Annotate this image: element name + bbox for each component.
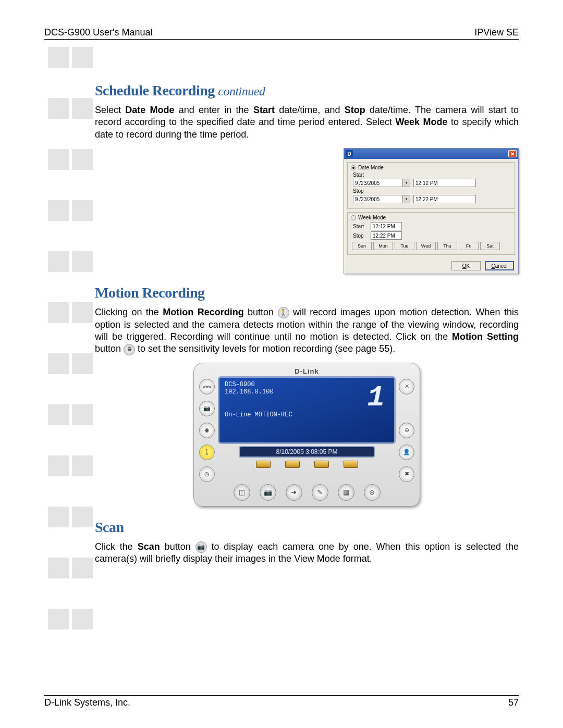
viewer-left-column: www 📷 ◉ 🚶 ◷ [199, 367, 215, 482]
port-icon [344, 461, 358, 468]
header-right: IPView SE [474, 27, 519, 38]
channel-number: 1 [367, 381, 385, 414]
datetime-bar: 8/10/2005 3:08:05 PM [239, 446, 375, 458]
scan-icon: 📷 [195, 541, 207, 553]
motion-recording-icon: 🚶 [278, 307, 289, 318]
port-indicators [218, 460, 396, 471]
zoom-out-button[interactable]: ⊖ [399, 423, 414, 438]
start-time-input[interactable]: 12:12 PM [413, 179, 476, 187]
cancel-button[interactable]: Cancel [485, 261, 514, 270]
close-viewer-button[interactable]: ✕ [399, 379, 414, 394]
motion-recording-paragraph: Clicking on the Motion Recording button … [95, 306, 519, 355]
motion-recording-button[interactable]: 🚶 [199, 445, 215, 460]
day-sat-button[interactable]: Sat [480, 242, 500, 250]
week-start-time-input[interactable]: 12:12 PM [371, 222, 402, 230]
page-number: 57 [508, 697, 519, 708]
header-left: DCS-G900 User's Manual [44, 27, 153, 38]
stop-label: Stop [353, 188, 368, 194]
viewer-right-column: ✕ ⊖ 👤 ✖ [399, 367, 414, 482]
header-rule [44, 39, 519, 40]
decorative-squares [48, 47, 93, 630]
brand-label: D-Link [218, 367, 396, 375]
day-fri-button[interactable]: Fri [459, 242, 479, 250]
heading-schedule-recording: Schedule Recording continued [95, 82, 519, 99]
camera-status-text: On-Line MOTION-REC [225, 411, 389, 418]
chevron-down-icon[interactable]: ▾ [402, 195, 410, 203]
view-mode-button[interactable]: ◫ [234, 484, 250, 501]
port-icon [314, 461, 329, 468]
viewer-bottom-row: ◫ 📷 ➜ ✎ ▦ ⊕ [199, 482, 414, 501]
week-start-label: Start [353, 224, 368, 229]
scan-button[interactable]: 📷 [260, 484, 276, 501]
port-icon [256, 461, 271, 468]
edit-button[interactable]: ✎ [312, 484, 328, 501]
heading-scan: Scan [95, 519, 519, 536]
record-button[interactable]: ◉ [199, 423, 215, 438]
start-label: Start [353, 172, 368, 178]
user-button[interactable]: 👤 [399, 445, 414, 460]
start-date-combo[interactable]: 9 /23/2005▾ [353, 179, 410, 187]
week-mode-group: Week Mode Start12:12 PM Stop12:22 PM Sun… [347, 212, 515, 255]
stop-date-combo[interactable]: 9 /23/2005▾ [353, 195, 410, 203]
port-icon [285, 461, 300, 468]
day-tue-button[interactable]: Tue [395, 242, 414, 250]
camera-ip-text: 192.168.0.100 [225, 388, 389, 396]
date-mode-radio[interactable]: Date Mode [351, 165, 511, 170]
ok-button[interactable]: OK [451, 261, 481, 270]
dialog-titlebar: D ✕ [344, 149, 518, 159]
camera-name-text: DCS-G900 [225, 381, 389, 388]
footer-rule [44, 695, 519, 696]
scan-paragraph: Click the Scan button 📷 to display each … [95, 541, 519, 565]
viewer-screen: DCS-G900 192.168.0.100 On-Line MOTION-RE… [218, 376, 396, 444]
www-button[interactable]: www [199, 379, 215, 394]
ipview-viewer: www 📷 ◉ 🚶 ◷ D-Link DCS-G900 192.168.0.10… [193, 363, 420, 507]
day-mon-button[interactable]: Mon [373, 242, 393, 250]
chevron-down-icon[interactable]: ▾ [402, 179, 410, 187]
schedule-dialog: D ✕ Date Mode Start 9 /23/2005▾ 12:12 PM… [344, 148, 519, 274]
schedule-button[interactable]: ◷ [199, 466, 215, 482]
day-thu-button[interactable]: Thu [437, 242, 457, 250]
dlink-logo-icon: D [346, 150, 353, 157]
day-wed-button[interactable]: Wed [416, 242, 436, 250]
tools-button[interactable]: ✖ [399, 466, 414, 482]
motion-setting-icon: 🖥 [124, 344, 135, 355]
week-stop-label: Stop [353, 233, 368, 239]
date-mode-group: Date Mode Start 9 /23/2005▾ 12:12 PM Sto… [347, 162, 515, 209]
arrow-button[interactable]: ➜ [286, 484, 302, 501]
dialog-close-button[interactable]: ✕ [508, 150, 517, 157]
week-mode-radio[interactable]: Week Mode [351, 215, 511, 220]
footer-left: D-Link Systems, Inc. [44, 697, 130, 708]
camera-add-button[interactable]: 📷 [199, 401, 215, 416]
grid-button[interactable]: ▦ [338, 484, 354, 501]
add-button[interactable]: ⊕ [364, 484, 381, 501]
heading-motion-recording: Motion Recording [95, 285, 519, 301]
stop-time-input[interactable]: 12:22 PM [413, 195, 476, 203]
schedule-recording-paragraph: Select Date Mode and enter in the Start … [95, 104, 519, 141]
week-stop-time-input[interactable]: 12:22 PM [371, 231, 402, 240]
day-sun-button[interactable]: Sun [352, 242, 372, 250]
